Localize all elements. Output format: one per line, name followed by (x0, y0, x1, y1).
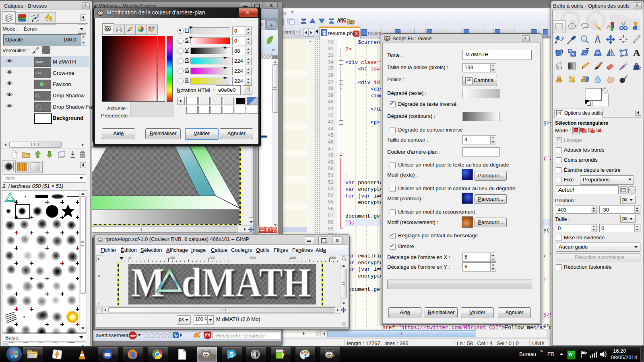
svg-text:A: A (633, 48, 640, 58)
svg-text:S: S (229, 351, 234, 358)
svg-text:ABP: ABP (130, 334, 136, 337)
